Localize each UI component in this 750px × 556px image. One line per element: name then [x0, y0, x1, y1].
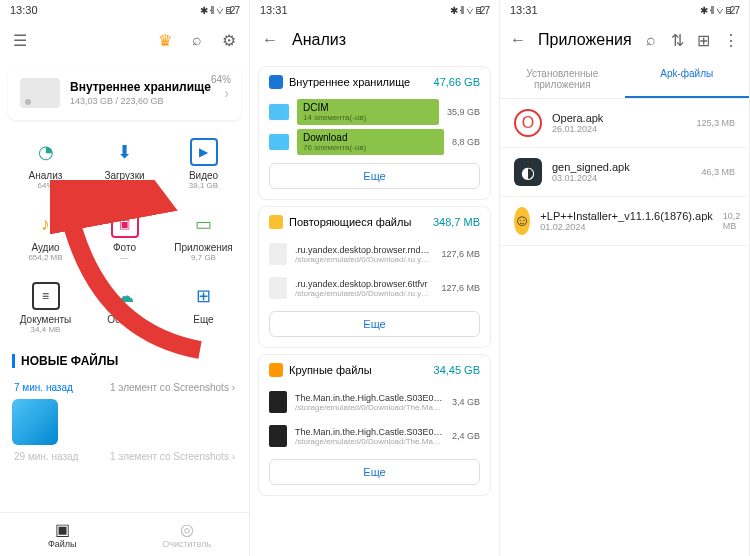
back-icon[interactable]: ← — [260, 30, 280, 50]
analysis-icon: ◔ — [32, 138, 60, 166]
download-icon: ⬇ — [111, 138, 139, 166]
toolbar: ← Анализ — [250, 20, 499, 60]
grid-item-more[interactable]: ⊞Еще — [166, 274, 241, 342]
more-icon: ⊞ — [190, 282, 218, 310]
screen-analysis: 13:31 ✱ ⋅ll ⩒ ⌸27 ← Анализ Внутреннее хр… — [250, 0, 500, 556]
page-title: Анализ — [292, 31, 489, 49]
audio-icon: ♪ — [32, 210, 60, 238]
status-bar: 13:31 ✱ ⋅ll ⩒ ⌸27 — [250, 0, 499, 20]
grid-item-video[interactable]: ▶Видео38,1 GB — [166, 130, 241, 198]
drive-icon — [20, 78, 60, 108]
grid-icon[interactable]: ⊞ — [697, 30, 711, 50]
video-file-icon — [269, 425, 287, 447]
status-icons: ✱ ⋅ll ⩒ ⌸27 — [200, 5, 239, 16]
grid-item-apps[interactable]: ▭Приложения9,7 GB — [166, 202, 241, 270]
section-internal-storage: Внутреннее хранилище 47,66 GB DCIM14 эле… — [258, 66, 491, 200]
screen-apps: 13:31 ✱ ⋅ll ⩒ ⌸27 ← Приложения ⌕ ⇅ ⊞ ⋮ У… — [500, 0, 750, 556]
recent-item[interactable]: 7 мин. назад1 элемент со Screenshots › — [0, 376, 249, 399]
search-icon[interactable]: ⌕ — [187, 30, 207, 50]
documents-icon: ≡ — [32, 282, 60, 310]
overflow-icon[interactable]: ⋮ — [723, 30, 739, 50]
storage-sub: 143,03 GB / 223,60 GB — [70, 96, 214, 106]
folder-row[interactable]: DCIM14 элемента(-ов)35,9 GB — [259, 97, 490, 127]
toolbar: ☰ ♛ ⌕ ⚙ — [0, 20, 249, 60]
storage-card[interactable]: 64% Внутреннее хранилище 143,03 GB / 223… — [8, 66, 241, 120]
tab-apk[interactable]: Apk-файлы — [625, 60, 750, 98]
files-icon: ▣ — [55, 520, 70, 539]
file-row[interactable]: .ru.yandex.desktop.browser.rndY5ZH/stora… — [259, 237, 490, 271]
opera-icon: O — [514, 109, 542, 137]
clock: 13:31 — [510, 4, 538, 16]
tab-installed[interactable]: Установленные приложения — [500, 60, 625, 98]
thumbnail-row — [0, 399, 249, 445]
section-header[interactable]: Повторяющиеся файлы 348,7 MB — [259, 207, 490, 237]
cloud-icon: ☁ — [111, 282, 139, 310]
more-button[interactable]: Еще — [269, 311, 480, 337]
settings-icon[interactable]: ⚙ — [219, 30, 239, 50]
tabs: Установленные приложения Apk-файлы — [500, 60, 749, 99]
lp-icon: ☺ — [514, 207, 530, 235]
grid-item-documents[interactable]: ≡Документы34,4 MB — [8, 274, 83, 342]
file-row[interactable]: The.Man.in.the.High.Castle.S03E01.Now.Mo… — [259, 385, 490, 419]
grid-item-cloud[interactable]: ☁Облако — [87, 274, 162, 342]
toolbar: ← Приложения ⌕ ⇅ ⊞ ⋮ — [500, 20, 749, 60]
app-row[interactable]: ◐ gen_signed.apk03.01.2024 46,3 MB — [500, 148, 749, 197]
cleaner-icon: ◎ — [180, 520, 194, 539]
photo-icon: ▣ — [111, 210, 139, 238]
folder-icon — [269, 363, 283, 377]
grid-item-audio[interactable]: ♪Аудио654,2 MB — [8, 202, 83, 270]
back-icon[interactable]: ← — [510, 30, 526, 50]
storage-title: Внутреннее хранилище — [70, 80, 214, 94]
steam-icon: ◐ — [514, 158, 542, 186]
category-grid: ◔Анализ64% ⬇Загрузки8,8 GB ▶Видео38,1 GB… — [0, 126, 249, 346]
folder-icon — [269, 134, 289, 150]
recent-item[interactable]: 29 мин. назад1 элемент со Screenshots › — [0, 445, 249, 468]
file-icon — [269, 277, 287, 299]
status-icons: ✱ ⋅ll ⩒ ⌸27 — [700, 5, 739, 16]
file-icon — [269, 243, 287, 265]
recent-header: НОВЫЕ ФАЙЛЫ — [0, 346, 249, 376]
video-icon: ▶ — [190, 138, 218, 166]
section-header[interactable]: Крупные файлы 34,45 GB — [259, 355, 490, 385]
section-duplicates: Повторяющиеся файлы 348,7 MB .ru.yandex.… — [258, 206, 491, 348]
status-icons: ✱ ⋅ll ⩒ ⌸27 — [450, 5, 489, 16]
status-bar: 13:31 ✱ ⋅ll ⩒ ⌸27 — [500, 0, 749, 20]
crown-icon[interactable]: ♛ — [155, 30, 175, 50]
file-row[interactable]: The.Man.in.the.High.Castle.S03E03.Sensō … — [259, 419, 490, 453]
section-header[interactable]: Внутреннее хранилище 47,66 GB — [259, 67, 490, 97]
clock: 13:31 — [260, 4, 288, 16]
app-row[interactable]: O Opera.apk26.01.2024 125,3 MB — [500, 99, 749, 148]
screenshot-thumb[interactable] — [12, 399, 58, 445]
folder-row[interactable]: Download76 элемента(-ов)8,8 GB — [259, 127, 490, 157]
app-row[interactable]: ☺ +LP++Installer+_v11.1.6(1876).apk01.02… — [500, 197, 749, 246]
more-button[interactable]: Еще — [269, 459, 480, 485]
folder-icon — [269, 104, 289, 120]
chevron-right-icon: › — [224, 85, 229, 101]
transfer-icon[interactable]: ⇅ — [670, 30, 684, 50]
screen-file-manager: 13:30 ✱ ⋅ll ⩒ ⌸27 ☰ ♛ ⌕ ⚙ 64% Внутреннее… — [0, 0, 250, 556]
duplicate-icon — [269, 215, 283, 229]
nav-files[interactable]: ▣Файлы — [0, 513, 125, 556]
grid-item-analysis[interactable]: ◔Анализ64% — [8, 130, 83, 198]
file-row[interactable]: .ru.yandex.desktop.browser.6ttfvr/storag… — [259, 271, 490, 305]
section-large-files: Крупные файлы 34,45 GB The.Man.in.the.Hi… — [258, 354, 491, 496]
search-icon[interactable]: ⌕ — [644, 30, 658, 50]
video-file-icon — [269, 391, 287, 413]
storage-percent: 64% — [211, 74, 231, 85]
bottom-nav: ▣Файлы ◎Очиститель — [0, 512, 249, 556]
more-button[interactable]: Еще — [269, 163, 480, 189]
grid-item-downloads[interactable]: ⬇Загрузки8,8 GB — [87, 130, 162, 198]
menu-icon[interactable]: ☰ — [10, 30, 30, 50]
status-bar: 13:30 ✱ ⋅ll ⩒ ⌸27 — [0, 0, 249, 20]
grid-item-photo[interactable]: ▣Фото— — [87, 202, 162, 270]
storage-icon — [269, 75, 283, 89]
page-title: Приложения — [538, 31, 632, 49]
apps-icon: ▭ — [190, 210, 218, 238]
nav-cleaner[interactable]: ◎Очиститель — [125, 513, 250, 556]
clock: 13:30 — [10, 4, 38, 16]
